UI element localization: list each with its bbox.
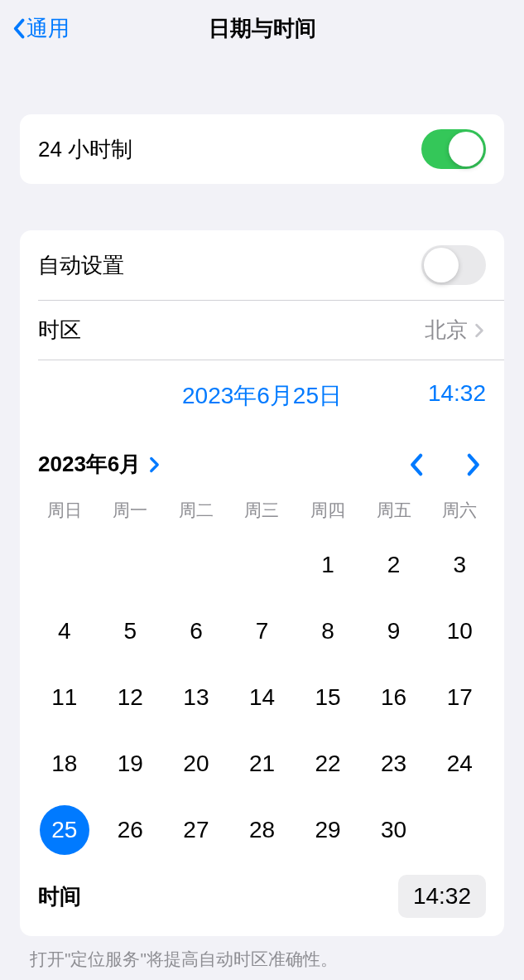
next-month-button[interactable] [461, 452, 486, 477]
weekday-label: 周三 [229, 499, 296, 522]
calendar-day[interactable]: 22 [295, 742, 361, 785]
calendar-day[interactable]: 26 [98, 809, 164, 852]
calendar-day[interactable]: 1 [295, 543, 361, 587]
calendar-day[interactable]: 30 [361, 809, 427, 852]
day-empty [31, 543, 98, 587]
calendar-day[interactable]: 2 [361, 543, 427, 587]
twenty-four-hour-row: 24 小时制 [20, 114, 504, 184]
day-empty [229, 543, 296, 587]
time-picker-button[interactable]: 14:32 [398, 875, 486, 918]
calendar-day[interactable]: 10 [426, 610, 493, 653]
weekday-label: 周二 [163, 499, 229, 522]
weekday-label: 周五 [361, 499, 427, 522]
calendar-day[interactable]: 24 [426, 742, 493, 785]
calendar-day[interactable]: 17 [426, 676, 493, 719]
time-label: 时间 [38, 882, 81, 911]
calendar-day[interactable]: 6 [163, 610, 229, 653]
calendar-day[interactable]: 14 [229, 676, 296, 719]
timezone-label: 时区 [38, 316, 81, 345]
calendar-day[interactable]: 5 [98, 610, 164, 653]
calendar-day[interactable]: 16 [361, 676, 427, 719]
calendar-day[interactable]: 18 [31, 742, 98, 785]
timezone-row[interactable]: 时区 北京 [20, 301, 504, 360]
calendar-day[interactable]: 8 [295, 610, 361, 653]
calendar-day[interactable]: 11 [31, 676, 98, 719]
prev-month-button[interactable] [403, 452, 428, 477]
calendar-day[interactable]: 13 [163, 676, 229, 719]
selected-date-display[interactable]: 2023年6月25日 [137, 380, 387, 412]
weekday-label: 周一 [98, 499, 164, 522]
footer-note: 打开"定位服务"将提高自动时区准确性。 [0, 936, 524, 980]
month-year-label: 2023年6月 [38, 450, 141, 479]
auto-set-label: 自动设置 [38, 251, 124, 280]
calendar-day[interactable]: 21 [229, 742, 296, 785]
selected-time-display[interactable]: 14:32 [387, 380, 486, 412]
chevron-right-icon [474, 321, 486, 340]
calendar-day[interactable]: 3 [426, 543, 493, 587]
weekday-label: 周日 [31, 499, 98, 522]
day-empty [163, 543, 229, 587]
calendar-day[interactable]: 29 [295, 809, 361, 852]
weekday-label: 周四 [295, 499, 361, 522]
month-year-button[interactable]: 2023年6月 [38, 450, 162, 479]
calendar-day[interactable]: 15 [295, 676, 361, 719]
calendar-day[interactable]: 9 [361, 610, 427, 653]
calendar-day[interactable]: 19 [98, 742, 164, 785]
calendar-day[interactable]: 23 [361, 742, 427, 785]
calendar-day[interactable]: 7 [229, 610, 296, 653]
twenty-four-hour-label: 24 小时制 [38, 135, 132, 164]
calendar-day[interactable]: 25 [31, 809, 98, 852]
calendar-day[interactable]: 20 [163, 742, 229, 785]
day-empty [98, 543, 164, 587]
back-button[interactable]: 通用 [10, 14, 70, 43]
timezone-value: 北京 [425, 316, 468, 345]
back-label: 通用 [26, 14, 70, 43]
calendar-day[interactable]: 4 [31, 610, 98, 653]
page-title: 日期与时间 [209, 14, 316, 43]
auto-set-row: 自动设置 [20, 230, 504, 300]
chevron-left-icon [10, 16, 26, 41]
calendar-day[interactable]: 12 [98, 676, 164, 719]
calendar-day[interactable]: 28 [229, 809, 296, 852]
twenty-four-hour-toggle[interactable] [421, 129, 486, 169]
auto-set-toggle[interactable] [421, 245, 486, 285]
chevron-right-icon [149, 456, 162, 474]
calendar-day[interactable]: 27 [163, 809, 229, 852]
weekday-label: 周六 [426, 499, 493, 522]
